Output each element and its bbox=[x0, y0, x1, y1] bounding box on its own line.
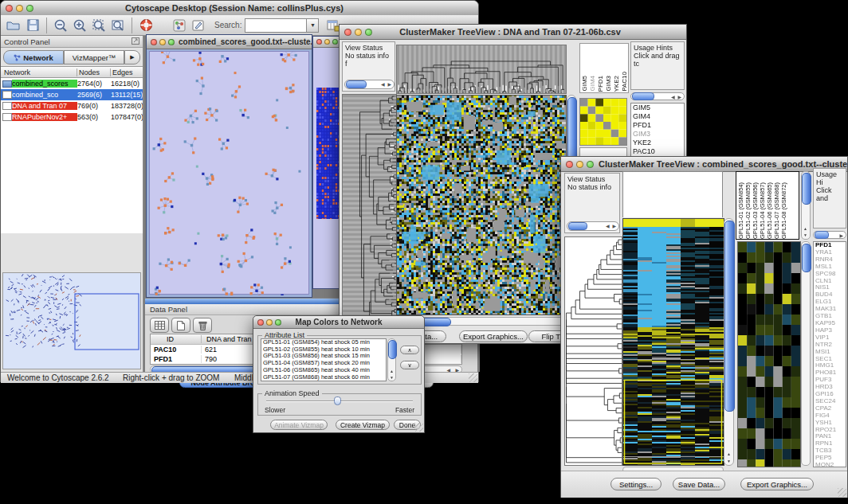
scrollbar-thumb[interactable] bbox=[388, 340, 397, 359]
column-label[interactable]: GPL51-08 (GSM872) bbox=[780, 182, 787, 239]
tab-overflow-arrow[interactable]: ▶ bbox=[124, 50, 140, 64]
scroll-up-icon[interactable]: ▲ bbox=[803, 226, 807, 231]
network-canvas[interactable] bbox=[150, 52, 310, 295]
network-row[interactable]: RNAPuberNov2+ 563(0) 107847(0) bbox=[1, 111, 143, 123]
close-icon[interactable] bbox=[257, 319, 264, 326]
search-input[interactable] bbox=[245, 18, 307, 33]
view-status-scrollbar[interactable]: ◀ ▶ bbox=[344, 80, 395, 89]
help-icon[interactable] bbox=[136, 18, 155, 33]
tab-network[interactable]: Network bbox=[3, 50, 64, 64]
new-attribute-icon[interactable] bbox=[171, 318, 190, 333]
column-label[interactable]: GPL51-01 (GSM854) bbox=[737, 182, 744, 239]
column-label[interactable]: GPL51-03 (GSM856) bbox=[752, 182, 759, 239]
scroll-up-icon[interactable]: ▲ bbox=[727, 451, 731, 456]
zoom-window-icon[interactable] bbox=[365, 29, 372, 36]
float-panel-icon[interactable] bbox=[132, 37, 139, 46]
column-label[interactable]: YKE2 bbox=[613, 76, 620, 92]
column-label[interactable]: GIM5 bbox=[581, 76, 588, 92]
slider-thumb[interactable] bbox=[334, 397, 341, 405]
minimize-icon[interactable] bbox=[16, 5, 23, 12]
close-icon[interactable] bbox=[151, 39, 157, 45]
listbox-vscrollbar[interactable]: ▲ ▼ bbox=[387, 338, 396, 381]
settings-button[interactable]: Settings... bbox=[610, 478, 662, 490]
scroll-down-icon[interactable]: ▼ bbox=[803, 232, 807, 237]
tab-vizmapper[interactable]: VizMapper™ bbox=[64, 50, 124, 64]
vizmap-icon[interactable] bbox=[170, 18, 189, 33]
network-row[interactable]: combined_sco 2569(6) 13112(15) bbox=[1, 89, 143, 100]
gene-label[interactable]: GIM3 bbox=[633, 130, 684, 139]
treeview-combined-titlebar[interactable]: ClusterMaker TreeView : combined_scores_… bbox=[561, 157, 847, 172]
zoom-window-icon[interactable] bbox=[587, 161, 594, 168]
zoom-selected-icon[interactable] bbox=[89, 18, 108, 33]
close-icon[interactable] bbox=[344, 29, 351, 36]
minimize-icon[interactable] bbox=[355, 29, 362, 36]
resize-grip[interactable] bbox=[414, 423, 423, 432]
network-row[interactable]: DNA and Tran 07 769(0) 183728(0) bbox=[1, 100, 143, 111]
gene-label[interactable]: GIM5 bbox=[633, 104, 684, 112]
move-down-button[interactable]: ∨ bbox=[400, 361, 419, 369]
scroll-arrows-icon[interactable]: ◀ ▶ bbox=[606, 222, 618, 230]
heatmap-canvas[interactable] bbox=[396, 95, 567, 315]
resize-grip[interactable] bbox=[838, 488, 846, 497]
attribute-list-item[interactable]: GPL51-07 (GSM868) heat shock 60 min bbox=[261, 374, 386, 381]
heatmap-canvas[interactable] bbox=[622, 218, 724, 466]
column-dendrogram-canvas[interactable] bbox=[396, 45, 567, 94]
gene-label[interactable]: PAC10 bbox=[633, 147, 684, 156]
main-titlebar[interactable]: Cytoscape Desktop (Session Name: collins… bbox=[1, 1, 478, 16]
delete-attribute-icon[interactable] bbox=[193, 318, 212, 333]
zoom-window-icon[interactable] bbox=[168, 39, 175, 45]
column-label[interactable]: GPL51-04 (GSM857) bbox=[759, 182, 766, 239]
row-dendrogram-canvas[interactable] bbox=[342, 94, 397, 325]
zoom-window-icon[interactable] bbox=[275, 319, 281, 326]
animate-vizmap-button[interactable]: Animate Vizmap bbox=[270, 420, 328, 430]
scrollbar-thumb[interactable] bbox=[724, 221, 735, 412]
overview-canvas[interactable] bbox=[3, 273, 140, 369]
close-icon[interactable] bbox=[316, 39, 322, 45]
treeview-dna-titlebar[interactable]: ClusterMaker TreeView : DNA and Tran 07-… bbox=[340, 25, 686, 40]
zoom-fit-icon[interactable] bbox=[108, 18, 128, 33]
detail-vscrollbar[interactable] bbox=[801, 241, 811, 466]
zoom-out-icon[interactable] bbox=[51, 18, 70, 33]
usage-hints-scrollbar[interactable]: ▶ bbox=[813, 231, 846, 239]
column-label[interactable]: PAC10 bbox=[621, 72, 628, 92]
scroll-up-icon[interactable]: ▲ bbox=[390, 369, 394, 373]
export-graphics-button[interactable]: Export Graphics... bbox=[740, 478, 814, 490]
column-label[interactable]: GPL51-06 (GSM865) bbox=[766, 182, 773, 239]
scroll-down-icon[interactable]: ▼ bbox=[390, 375, 394, 380]
dialog-titlebar[interactable]: Map Colors to Network bbox=[253, 316, 424, 329]
network-overview-panel[interactable] bbox=[2, 272, 141, 369]
column-label[interactable]: GIM3 bbox=[605, 76, 612, 92]
scroll-arrows-icon[interactable]: ◀ ▶ bbox=[671, 94, 684, 100]
scrollbar-thumb[interactable] bbox=[802, 173, 811, 205]
close-icon[interactable] bbox=[566, 161, 573, 168]
network-table-header[interactable]: Network Nodes Edges bbox=[1, 66, 143, 78]
open-icon[interactable] bbox=[4, 18, 23, 33]
annotation-icon[interactable] bbox=[189, 18, 208, 33]
export-graphics-button[interactable]: Export Graphics... bbox=[459, 330, 528, 342]
zoom-window-icon[interactable] bbox=[332, 39, 338, 45]
minimize-icon[interactable] bbox=[324, 39, 330, 45]
window-controls[interactable] bbox=[1, 5, 38, 12]
column-label[interactable]: GPL51-02 (GSM855) bbox=[744, 182, 752, 239]
scroll-arrows-icon[interactable]: ▶ bbox=[839, 232, 846, 238]
gene-label[interactable]: GIM4 bbox=[633, 112, 684, 121]
network-row[interactable]: combined_scores 2764(0) 16218(0) bbox=[1, 78, 143, 89]
scrollbar-thumb[interactable] bbox=[802, 244, 811, 272]
column-label[interactable]: GPL51-07 (GSM868) bbox=[773, 182, 780, 239]
usage-hints-scrollbar[interactable]: ◀ ▶ bbox=[630, 92, 685, 100]
scroll-down-icon[interactable]: ▼ bbox=[727, 459, 731, 463]
save-data-button[interactable]: Save Data... bbox=[673, 478, 725, 490]
column-labels-scrollbar[interactable]: ▲ ▼ bbox=[801, 171, 811, 240]
zoom-window-icon[interactable] bbox=[26, 5, 33, 12]
search-dropdown-icon[interactable]: ▼ bbox=[307, 18, 319, 33]
row-dendrogram-canvas[interactable] bbox=[564, 236, 622, 466]
create-vizmap-button[interactable]: Create Vizmap bbox=[336, 420, 390, 430]
gene-label[interactable]: MON2 bbox=[815, 462, 846, 467]
resize-grip[interactable] bbox=[469, 373, 477, 382]
column-label[interactable]: GIM4 bbox=[589, 76, 596, 92]
move-up-button[interactable]: ∧ bbox=[400, 346, 419, 354]
minimize-icon[interactable] bbox=[266, 319, 273, 326]
minimize-icon[interactable] bbox=[576, 161, 583, 168]
save-icon[interactable] bbox=[23, 18, 42, 33]
selection-matrix-canvas[interactable] bbox=[579, 98, 627, 146]
